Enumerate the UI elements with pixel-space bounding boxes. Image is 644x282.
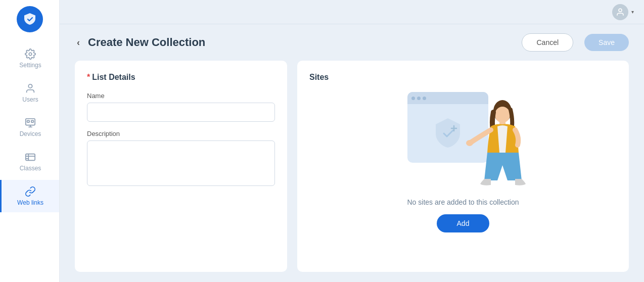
- user-menu[interactable]: ▾: [612, 4, 634, 20]
- back-button[interactable]: ‹: [75, 37, 82, 48]
- sites-card: Sites: [297, 61, 629, 272]
- sites-illustration: [397, 92, 529, 193]
- sidebar-item-classes[interactable]: Classes: [0, 146, 59, 178]
- sidebar: Settings Users Devices: [0, 0, 60, 282]
- list-details-title: * List Details: [87, 73, 275, 82]
- svg-rect-5: [27, 120, 30, 122]
- name-field-group: Name: [87, 92, 275, 122]
- svg-point-18: [466, 140, 473, 146]
- sites-title: Sites: [309, 73, 617, 82]
- svg-point-16: [495, 107, 510, 123]
- empty-sites-message: No sites are added to this collection: [407, 198, 519, 206]
- nav-items: Settings Users Devices: [0, 42, 59, 212]
- sidebar-item-label: Devices: [20, 130, 41, 137]
- name-label: Name: [87, 92, 275, 100]
- top-bar: ▾: [60, 0, 644, 24]
- app-logo[interactable]: [17, 6, 43, 32]
- required-star: *: [87, 73, 90, 82]
- sidebar-item-label: Classes: [20, 165, 41, 172]
- page-title: Create New Collection: [88, 36, 516, 49]
- dot3: [423, 97, 426, 100]
- sidebar-item-label: Settings: [19, 62, 41, 69]
- dot1: [411, 97, 415, 100]
- avatar: [612, 4, 628, 20]
- sidebar-item-devices[interactable]: Devices: [0, 111, 59, 144]
- content-area: * List Details Name Description Sites: [60, 61, 644, 282]
- main-content: ▾ ‹ Create New Collection Cancel Save * …: [60, 0, 644, 282]
- description-field-group: Description: [87, 130, 275, 188]
- dot2: [417, 97, 421, 100]
- cancel-button[interactable]: Cancel: [522, 33, 573, 52]
- list-details-heading: List Details: [92, 73, 135, 82]
- svg-rect-6: [31, 120, 34, 122]
- sidebar-item-label: Users: [22, 96, 38, 103]
- page-header: ‹ Create New Collection Cancel Save: [60, 24, 644, 61]
- svg-rect-7: [26, 154, 35, 161]
- shield-icon: [433, 116, 463, 151]
- sidebar-item-users[interactable]: Users: [0, 77, 59, 109]
- chevron-down-icon: ▾: [631, 9, 634, 15]
- list-details-card: * List Details Name Description: [75, 61, 287, 272]
- save-button[interactable]: Save: [584, 34, 629, 51]
- svg-point-11: [619, 9, 622, 12]
- svg-point-1: [28, 84, 32, 88]
- sidebar-item-weblinks[interactable]: Web links: [0, 180, 59, 212]
- name-input[interactable]: [87, 103, 275, 122]
- description-label: Description: [87, 130, 275, 137]
- add-sites-button[interactable]: Add: [437, 214, 490, 232]
- svg-point-0: [29, 53, 32, 56]
- description-input[interactable]: [87, 140, 275, 186]
- sidebar-item-label: Web links: [17, 199, 43, 206]
- woman-illustration: [463, 97, 529, 193]
- sidebar-item-settings[interactable]: Settings: [0, 42, 59, 75]
